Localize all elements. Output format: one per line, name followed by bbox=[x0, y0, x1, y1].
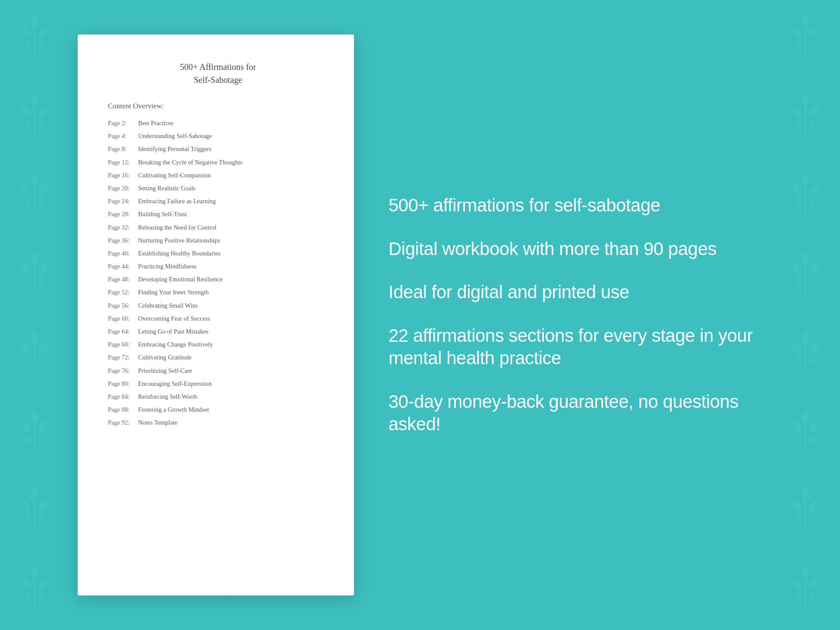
mandala-right-decoration bbox=[328, 250, 354, 380]
toc-title: Identifying Personal Triggers bbox=[138, 145, 212, 152]
feature-item-5: 30-day money-back guarantee, no question… bbox=[388, 391, 788, 436]
table-of-contents: Page 2:Best PracticesPage 4:Understandin… bbox=[108, 117, 328, 429]
svg-point-126 bbox=[343, 325, 347, 335]
toc-item: Page 48:Developing Emotional Resilience bbox=[108, 274, 328, 285]
toc-title: Letting Go of Past Mistakes bbox=[138, 328, 208, 335]
toc-item: Page 12:Breaking the Cycle of Negative T… bbox=[108, 157, 328, 168]
toc-item: Page 68:Embracing Change Positively bbox=[108, 339, 328, 350]
svg-point-119 bbox=[335, 274, 354, 296]
svg-point-132 bbox=[214, 565, 218, 575]
toc-title: Notes Template bbox=[138, 419, 177, 426]
toc-page-number: Page 84: bbox=[108, 392, 138, 402]
svg-point-113 bbox=[96, 283, 104, 287]
toc-item: Page 40:Establishing Healthy Boundaries bbox=[108, 248, 328, 259]
toc-page-number: Page 40: bbox=[108, 249, 138, 258]
toc-page-number: Page 72: bbox=[108, 353, 138, 362]
toc-title: Establishing Healthy Boundaries bbox=[138, 250, 221, 257]
toc-title: Understanding Self-Sabotage bbox=[138, 132, 212, 139]
toc-item: Page 88:Fostering a Growth Mindset bbox=[108, 404, 328, 416]
svg-point-125 bbox=[335, 334, 354, 356]
svg-point-133 bbox=[228, 585, 238, 589]
toc-page-number: Page 4: bbox=[108, 131, 138, 141]
toc-page-number: Page 36: bbox=[108, 236, 138, 246]
toc-item: Page 32:Releasing the Need for Control bbox=[108, 222, 328, 233]
toc-item: Page 56:Celebrating Small Wins bbox=[108, 300, 328, 312]
svg-point-99 bbox=[212, 40, 219, 47]
toc-title: Fostering a Growth Mindset bbox=[138, 406, 209, 413]
doc-title-line2: Self-Sabotage bbox=[194, 75, 242, 85]
svg-point-117 bbox=[84, 355, 88, 365]
feature-item-1: 500+ affirmations for self-sabotage bbox=[388, 194, 788, 217]
toc-title: Building Self-Trust bbox=[138, 211, 187, 217]
feature-item-3: Ideal for digital and printed use bbox=[388, 281, 788, 304]
toc-title: Encouraging Self-Expression bbox=[138, 380, 212, 387]
toc-item: Page 8:Identifying Personal Triggers bbox=[108, 143, 328, 155]
toc-item: Page 4:Understanding Self-Sabotage bbox=[108, 130, 328, 142]
svg-point-122 bbox=[328, 283, 335, 287]
mandala-bottom-decoration bbox=[173, 565, 259, 595]
feature-item-4: 22 affirmations sections for every stage… bbox=[388, 324, 788, 370]
toc-item: Page 72:Cultivating Gratitude bbox=[108, 352, 328, 363]
toc-title: Setting Realistic Goals bbox=[138, 185, 196, 192]
svg-point-124 bbox=[330, 330, 354, 360]
svg-point-102 bbox=[193, 41, 204, 45]
toc-item: Page 28:Building Self-Trust bbox=[108, 208, 328, 220]
toc-title: Finding Your Inner Strength bbox=[138, 289, 209, 296]
toc-page-number: Page 92: bbox=[108, 418, 138, 428]
toc-title: Breaking the Cycle of Negative Thoughts bbox=[138, 159, 243, 166]
svg-point-111 bbox=[84, 295, 88, 305]
toc-page-number: Page 32: bbox=[108, 223, 138, 233]
toc-item: Page 24:Embracing Failure as Learning bbox=[108, 195, 328, 207]
toc-page-number: Page 80: bbox=[108, 379, 138, 389]
toc-item: Page 64:Letting Go of Past Mistakes bbox=[108, 326, 328, 337]
toc-item: Page 76:Prioritizing Self-Care bbox=[108, 365, 328, 377]
svg-point-107 bbox=[199, 50, 209, 60]
svg-point-101 bbox=[228, 41, 238, 45]
toc-title: Releasing the Need for Control bbox=[138, 224, 216, 231]
toc-item: Page 60:Overcoming Fear of Success bbox=[108, 313, 328, 324]
toc-title: Cultivating Self-Compassion bbox=[138, 172, 211, 179]
toc-title: Embracing Failure as Learning bbox=[138, 198, 216, 205]
toc-page-number: Page 56: bbox=[108, 301, 138, 311]
toc-title: Overcoming Fear of Success bbox=[138, 315, 210, 322]
toc-page-number: Page 44: bbox=[108, 261, 138, 271]
toc-title: Best Practices bbox=[138, 120, 174, 126]
svg-point-114 bbox=[78, 330, 101, 360]
svg-point-127 bbox=[343, 355, 347, 365]
features-panel: 500+ affirmations for self-sabotageDigit… bbox=[388, 177, 788, 453]
toc-title: Prioritizing Self-Care bbox=[138, 367, 192, 374]
toc-page-number: Page 20: bbox=[108, 183, 138, 193]
toc-page-number: Page 52: bbox=[108, 287, 138, 297]
svg-point-110 bbox=[84, 265, 88, 275]
toc-page-number: Page 24: bbox=[108, 196, 138, 206]
toc-item: Page 36:Nurturing Positive Relationships bbox=[108, 235, 328, 246]
toc-title: Practicing Mindfulness bbox=[138, 263, 196, 270]
toc-page-number: Page 48: bbox=[108, 274, 138, 284]
toc-page-number: Page 64: bbox=[108, 327, 138, 337]
svg-point-116 bbox=[84, 325, 88, 335]
toc-page-number: Page 28: bbox=[108, 209, 138, 219]
toc-item: Page 84:Reinforcing Self-Worth bbox=[108, 391, 328, 403]
toc-item: Page 2:Best Practices bbox=[108, 117, 328, 129]
toc-page-number: Page 8: bbox=[108, 144, 138, 154]
toc-item: Page 80:Encouraging Self-Expression bbox=[108, 378, 328, 390]
svg-point-121 bbox=[343, 295, 347, 305]
toc-page-number: Page 16: bbox=[108, 170, 138, 180]
mandala-left-decoration bbox=[78, 250, 104, 380]
svg-point-134 bbox=[193, 585, 204, 589]
toc-item: Page 52:Finding Your Inner Strength bbox=[108, 287, 328, 298]
svg-point-131 bbox=[212, 583, 219, 590]
toc-title: Celebrating Small Wins bbox=[138, 302, 198, 309]
feature-item-2: Digital workbook with more than 90 pages bbox=[388, 238, 788, 261]
toc-item: Page 20:Setting Realistic Goals bbox=[108, 183, 328, 194]
toc-page-number: Page 12: bbox=[108, 158, 138, 167]
toc-item: Page 16:Cultivating Self-Compassion bbox=[108, 170, 328, 181]
document-page: 500+ Affirmations for Self-Sabotage Cont… bbox=[78, 35, 354, 595]
toc-title: Reinforcing Self-Worth bbox=[138, 393, 197, 400]
toc-page-number: Page 88: bbox=[108, 405, 138, 415]
svg-point-103 bbox=[214, 55, 218, 65]
toc-item: Page 92:Notes Template bbox=[108, 417, 328, 428]
toc-item: Page 44:Practicing Mindfulness bbox=[108, 261, 328, 272]
toc-page-number: Page 68: bbox=[108, 340, 138, 350]
svg-point-120 bbox=[343, 265, 347, 275]
